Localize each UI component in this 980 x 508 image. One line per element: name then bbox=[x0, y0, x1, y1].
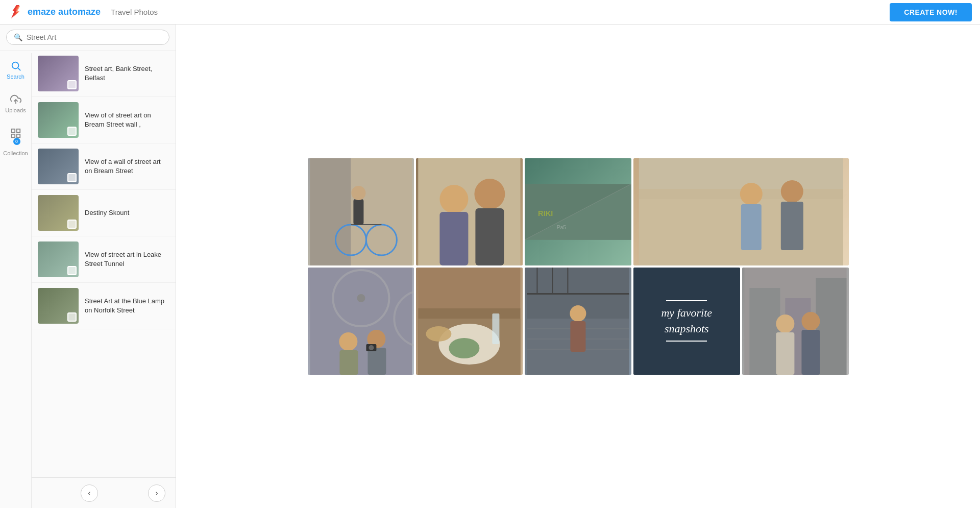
svg-rect-5 bbox=[11, 129, 14, 132]
svg-rect-36 bbox=[781, 202, 803, 250]
result-item-5[interactable]: View of street art in Leake Street Tunne… bbox=[32, 236, 176, 283]
grid-cell-6[interactable] bbox=[416, 268, 523, 375]
create-button[interactable]: CREATE NOW! bbox=[890, 3, 972, 21]
logo-text: emaze automaze bbox=[28, 7, 101, 17]
result-title-5: View of street art in Leake Street Tunne… bbox=[85, 250, 169, 269]
grid-image-1 bbox=[308, 158, 414, 265]
grid-image-8 bbox=[742, 268, 849, 375]
result-thumb-5 bbox=[38, 241, 79, 277]
svg-rect-29 bbox=[525, 184, 631, 240]
result-thumb-4 bbox=[38, 195, 79, 231]
search-input[interactable] bbox=[27, 33, 162, 41]
grid-cell-7[interactable] bbox=[525, 268, 631, 375]
svg-point-2 bbox=[12, 62, 18, 69]
svg-rect-64 bbox=[570, 321, 585, 352]
result-title-2: View of of street art on Bream Street wa… bbox=[85, 111, 169, 129]
svg-point-22 bbox=[475, 179, 505, 209]
svg-point-39 bbox=[357, 294, 365, 302]
next-button[interactable]: › bbox=[148, 485, 165, 502]
svg-rect-32 bbox=[639, 158, 843, 189]
result-thumb-3 bbox=[38, 149, 79, 184]
collection-nav-icon bbox=[10, 128, 21, 139]
sidebar: 🔍 Search Uploads bbox=[0, 25, 176, 508]
result-thumb-1 bbox=[38, 56, 79, 91]
svg-rect-34 bbox=[741, 204, 762, 250]
result-thumb-6 bbox=[38, 288, 79, 324]
svg-point-52 bbox=[449, 338, 480, 358]
search-icon: 🔍 bbox=[14, 33, 22, 41]
svg-rect-67 bbox=[749, 288, 780, 375]
svg-point-33 bbox=[740, 183, 763, 205]
svg-rect-71 bbox=[776, 332, 794, 375]
logo-icon bbox=[8, 4, 24, 20]
result-item-1[interactable]: Street art, Bank Street, Belfast bbox=[32, 51, 176, 97]
topbar: emaze automaze CREATE NOW! bbox=[0, 0, 980, 25]
sidebar-item-collection[interactable]: 0 Collection bbox=[0, 120, 31, 163]
svg-line-3 bbox=[18, 68, 20, 70]
thumb-checkbox-5[interactable] bbox=[67, 266, 77, 275]
result-title-3: View of a wall of street art on Bream St… bbox=[85, 157, 169, 176]
prev-button[interactable]: ‹ bbox=[81, 485, 98, 502]
results-list: Street art, Bank Street, BelfastView of … bbox=[32, 51, 176, 508]
svg-rect-73 bbox=[801, 330, 820, 375]
thumb-checkbox-4[interactable] bbox=[67, 220, 77, 229]
grid-cell-1[interactable] bbox=[308, 158, 414, 265]
svg-rect-37 bbox=[310, 268, 412, 375]
search-nav-label: Search bbox=[7, 74, 24, 80]
grid-cell-2[interactable] bbox=[416, 158, 523, 265]
grid-cell-4[interactable] bbox=[633, 158, 849, 265]
thumb-checkbox-6[interactable] bbox=[67, 312, 77, 322]
svg-point-20 bbox=[440, 185, 469, 213]
svg-rect-44 bbox=[368, 348, 386, 375]
thumb-checkbox-3[interactable] bbox=[67, 173, 77, 182]
svg-rect-59 bbox=[527, 293, 629, 295]
content-area: RIKI Pa5 bbox=[176, 25, 980, 508]
svg-rect-7 bbox=[11, 134, 14, 137]
svg-point-46 bbox=[369, 345, 374, 350]
svg-rect-42 bbox=[339, 350, 358, 375]
thumb-checkbox-1[interactable] bbox=[67, 80, 77, 89]
svg-point-63 bbox=[570, 305, 586, 322]
grid-cell-8[interactable]: my favorite snapshots bbox=[633, 268, 740, 375]
svg-point-41 bbox=[339, 332, 357, 351]
svg-rect-21 bbox=[440, 212, 469, 265]
result-title-4: Destiny Skount bbox=[85, 208, 129, 217]
search-bar: 🔍 bbox=[0, 25, 176, 51]
svg-rect-11 bbox=[310, 158, 351, 265]
sidebar-item-uploads[interactable]: Uploads bbox=[0, 87, 31, 120]
sidebar-item-search[interactable]: Search bbox=[0, 53, 31, 87]
sidebar-nav-icons: Search Uploads bbox=[0, 53, 32, 508]
grid-cell-5[interactable] bbox=[308, 268, 414, 375]
photo-grid: RIKI Pa5 bbox=[308, 158, 849, 375]
result-item-4[interactable]: Destiny Skount bbox=[32, 190, 176, 236]
grid-cell-9[interactable] bbox=[742, 268, 849, 375]
grid-image-2 bbox=[416, 158, 523, 265]
svg-rect-19 bbox=[419, 158, 521, 265]
collection-badge: 0 bbox=[13, 138, 20, 145]
svg-rect-16 bbox=[353, 199, 363, 225]
svg-rect-23 bbox=[476, 208, 504, 265]
result-thumb-2 bbox=[38, 102, 79, 138]
grid-image-3: RIKI Pa5 bbox=[525, 158, 631, 265]
result-item-2[interactable]: View of of street art on Bream Street wa… bbox=[32, 97, 176, 143]
grid-image-5 bbox=[308, 268, 414, 375]
svg-point-17 bbox=[351, 186, 365, 200]
svg-point-72 bbox=[801, 312, 820, 330]
grid-image-4 bbox=[633, 158, 849, 265]
svg-rect-6 bbox=[16, 129, 19, 132]
search-nav-icon bbox=[10, 60, 21, 71]
svg-point-53 bbox=[426, 326, 452, 342]
title-input[interactable] bbox=[111, 8, 884, 16]
result-item-6[interactable]: Street Art at the Blue Lamp on Norfolk S… bbox=[32, 283, 176, 329]
grid-image-7 bbox=[525, 268, 631, 375]
result-item-3[interactable]: View of a wall of street art on Bream St… bbox=[32, 143, 176, 190]
svg-rect-51 bbox=[493, 313, 500, 344]
card-top-line bbox=[666, 300, 707, 301]
grid-image-6 bbox=[416, 268, 523, 375]
svg-rect-8 bbox=[16, 134, 19, 137]
grid-cell-3[interactable]: RIKI Pa5 bbox=[525, 158, 631, 265]
collection-nav-label: Collection bbox=[3, 150, 28, 156]
upload-nav-icon bbox=[10, 94, 21, 105]
thumb-checkbox-2[interactable] bbox=[67, 127, 77, 136]
logo: emaze automaze bbox=[8, 4, 101, 20]
